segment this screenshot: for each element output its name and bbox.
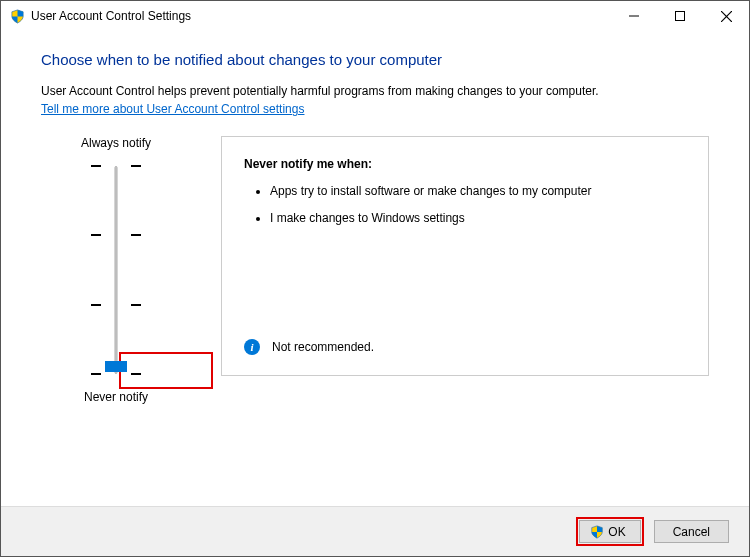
annotation-highlight: OK bbox=[576, 517, 643, 546]
button-row: OK Cancel bbox=[1, 506, 749, 556]
info-footer: i Not recommended. bbox=[244, 339, 686, 355]
slider-label-bottom: Never notify bbox=[84, 390, 148, 404]
slider-tick bbox=[91, 299, 141, 311]
slider-wrapper bbox=[91, 160, 141, 380]
maximize-button[interactable] bbox=[657, 1, 703, 31]
main-area: Always notify Never notify Never notify bbox=[41, 136, 709, 404]
cancel-button[interactable]: Cancel bbox=[654, 520, 729, 543]
uac-shield-icon bbox=[590, 525, 604, 539]
svg-rect-1 bbox=[676, 12, 685, 21]
slider-tick bbox=[91, 160, 141, 172]
uac-slider[interactable] bbox=[91, 160, 141, 380]
slider-label-top: Always notify bbox=[81, 136, 151, 150]
window-title: User Account Control Settings bbox=[31, 9, 611, 23]
slider-column: Always notify Never notify bbox=[41, 136, 191, 404]
ok-button-label: OK bbox=[608, 525, 625, 539]
info-title: Never notify me when: bbox=[244, 157, 686, 171]
slider-track-line bbox=[115, 166, 118, 374]
uac-settings-window: User Account Control Settings Choose whe… bbox=[0, 0, 750, 557]
content-area: Choose when to be notified about changes… bbox=[1, 31, 749, 404]
slider-thumb[interactable] bbox=[105, 361, 127, 372]
info-footer-text: Not recommended. bbox=[272, 340, 374, 354]
slider-tick bbox=[91, 229, 141, 241]
titlebar: User Account Control Settings bbox=[1, 1, 749, 31]
page-heading: Choose when to be notified about changes… bbox=[41, 51, 709, 68]
minimize-button[interactable] bbox=[611, 1, 657, 31]
description-text: User Account Control helps prevent poten… bbox=[41, 82, 709, 118]
uac-shield-icon bbox=[9, 8, 25, 24]
info-item: I make changes to Windows settings bbox=[270, 210, 686, 227]
close-button[interactable] bbox=[703, 1, 749, 31]
window-controls bbox=[611, 1, 749, 31]
info-list: Apps try to install software or make cha… bbox=[244, 183, 686, 237]
info-item: Apps try to install software or make cha… bbox=[270, 183, 686, 200]
cancel-button-label: Cancel bbox=[673, 525, 710, 539]
learn-more-link[interactable]: Tell me more about User Account Control … bbox=[41, 102, 304, 116]
info-icon: i bbox=[244, 339, 260, 355]
ok-button[interactable]: OK bbox=[579, 520, 640, 543]
description: User Account Control helps prevent poten… bbox=[41, 84, 599, 98]
info-panel: Never notify me when: Apps try to instal… bbox=[221, 136, 709, 376]
